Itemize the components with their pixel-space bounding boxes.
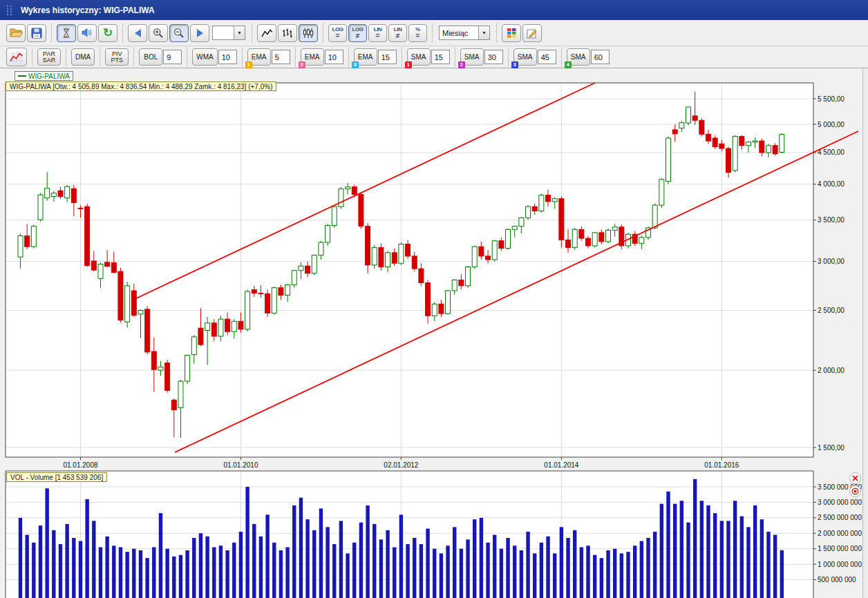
interval-select[interactable]: Miesiąc ▼	[439, 26, 490, 40]
scroll-right-button[interactable]	[190, 24, 209, 42]
zoom-in-button[interactable]	[149, 24, 168, 42]
indicator-bol: BOL	[139, 48, 182, 66]
indicator-label: WMA	[196, 53, 213, 61]
scale-symbol: =	[416, 32, 420, 39]
select-volume-pane-button[interactable]	[849, 485, 861, 497]
indicator-dma: DMA	[71, 48, 95, 66]
folder-icon	[10, 28, 23, 38]
svg-text:1 500,00: 1 500,00	[818, 444, 845, 452]
indicator-badge: 2	[458, 61, 465, 68]
indicator-label: PTS	[111, 57, 123, 64]
refresh-icon: ↻	[103, 27, 113, 39]
window-title: Wykres historyczny: WIG-PALIWA	[21, 6, 155, 15]
svg-text:02.01.2012: 02.01.2012	[384, 461, 418, 469]
indicator-label: DMA	[75, 53, 91, 61]
svg-text:3 500,00: 3 500,00	[818, 216, 845, 224]
indicator-wma-input[interactable]	[218, 50, 237, 64]
indicator-sma60-input[interactable]	[591, 50, 610, 64]
interval-select-value: Miesiąc	[440, 29, 478, 37]
drag-grip-icon	[6, 5, 14, 16]
indicator-label: BOL	[144, 53, 158, 61]
indicator-ema15-input[interactable]	[378, 50, 397, 64]
indicator-toolbar: PARSARDMAPIVPTSBOLWMAEMA1EMA2EMA3SMA1SMA…	[0, 46, 868, 68]
candlestick-chart-button[interactable]	[299, 24, 318, 42]
toolbar-separator	[348, 48, 349, 66]
edit-button[interactable]	[522, 24, 542, 42]
range-select[interactable]: ▼	[212, 26, 245, 40]
save-button[interactable]	[27, 24, 46, 42]
series-legend-chip[interactable]: WIG-PALIWA	[15, 71, 73, 81]
sound-button[interactable]	[77, 24, 97, 42]
ohlc-bars-icon	[282, 28, 293, 39]
scale-symbol: =	[376, 32, 380, 39]
volume-legend-text: VOL - Volume [1 453 539 206]	[10, 474, 103, 481]
zoom-out-button[interactable]	[169, 24, 189, 42]
ohlc-info-bar: WIG-PALIWA [Otw.: 4 505,89 Max.: 4 836,5…	[6, 81, 276, 91]
arrow-left-icon	[135, 29, 141, 37]
indicator-label: EMA	[305, 53, 320, 61]
scale-percent-button[interactable]: % =	[408, 24, 427, 42]
speaker-icon	[82, 28, 93, 38]
chevron-down-icon: ▼	[234, 26, 245, 39]
indicator-label: SMA	[571, 53, 586, 61]
close-volume-pane-button[interactable]	[849, 472, 861, 484]
scale-lin-neq-button[interactable]: LIN ≠	[388, 24, 407, 42]
indicator-parsar-button[interactable]: PARSAR	[37, 48, 61, 66]
indicator-wma: WMA	[192, 48, 236, 66]
line-chart-icon	[261, 28, 273, 38]
chart-canvas[interactable]: 5 500,005 000,004 500,004 000,003 500,00…	[0, 68, 868, 598]
window-titlebar[interactable]: Wykres historyczny: WIG-PALIWA	[0, 0, 868, 20]
indicator-pivpts: PIVPTS	[105, 48, 129, 66]
indicator-label: SMA	[518, 53, 533, 61]
toolbar-separator	[252, 23, 252, 42]
svg-text:2 500,00: 2 500,00	[818, 307, 845, 314]
svg-text:3 000,00: 3 000,00	[818, 258, 845, 265]
indicator-sma60: SMA4	[567, 48, 610, 66]
indicator-ema10-input[interactable]	[325, 50, 343, 64]
indicator-sma15-input[interactable]	[431, 50, 450, 64]
indicator-label: EMA	[358, 53, 373, 61]
toolbar-separator	[496, 23, 497, 42]
zoom-in-icon	[153, 28, 164, 39]
scroll-left-button[interactable]	[128, 24, 147, 42]
red-line-chart-icon	[10, 51, 23, 64]
scale-symbol: ≠	[356, 32, 360, 39]
scale-lin-eq-button[interactable]: LIN =	[368, 24, 387, 42]
vertical-scrollbar[interactable]	[862, 68, 868, 598]
svg-text:01.01.2010: 01.01.2010	[223, 461, 258, 469]
scale-log-eq-button[interactable]: LOG =	[328, 24, 347, 42]
toolbar-separator	[100, 48, 100, 66]
indicator-pivpts-button[interactable]: PIVPTS	[105, 48, 129, 66]
indicator-sma45: SMA3	[513, 48, 556, 66]
zoom-out-icon	[173, 28, 185, 39]
indicator-badge: 1	[405, 61, 412, 68]
indicator-dma-button[interactable]: DMA	[71, 48, 95, 66]
toolbar-separator	[242, 48, 243, 66]
svg-text:5 500,00: 5 500,00	[818, 95, 845, 103]
indicator-sma30-input[interactable]	[484, 50, 503, 64]
indicator-ema10: EMA2	[301, 48, 343, 66]
indicator-badge: 3	[352, 61, 359, 68]
toolbar-separator	[66, 48, 66, 66]
indicator-wma-button[interactable]: WMA	[192, 48, 217, 66]
indicator-ema5-input[interactable]	[272, 50, 290, 64]
line-chart-button[interactable]	[257, 24, 276, 42]
history-mode-button[interactable]	[57, 24, 76, 42]
save-icon	[31, 28, 42, 39]
chart-style-button[interactable]	[6, 48, 27, 66]
indicator-label: SMA	[411, 53, 426, 61]
indicator-bol-input[interactable]	[163, 50, 182, 64]
toolbar-separator	[51, 23, 52, 42]
hourglass-icon	[61, 28, 72, 39]
svg-text:500 000 000: 500 000 000	[818, 576, 856, 583]
indicator-bol-button[interactable]: BOL	[139, 48, 162, 66]
indicator-badge: 2	[299, 61, 305, 68]
toolbar-separator	[295, 48, 296, 66]
refresh-button[interactable]: ↻	[98, 24, 117, 42]
indicator-sma45-input[interactable]	[538, 50, 556, 64]
toolbar-separator	[187, 48, 187, 66]
ohlc-chart-button[interactable]	[278, 24, 297, 42]
open-button[interactable]	[6, 24, 26, 42]
colors-button[interactable]	[502, 24, 521, 42]
scale-log-neq-button[interactable]: LOG ≠	[348, 24, 367, 42]
